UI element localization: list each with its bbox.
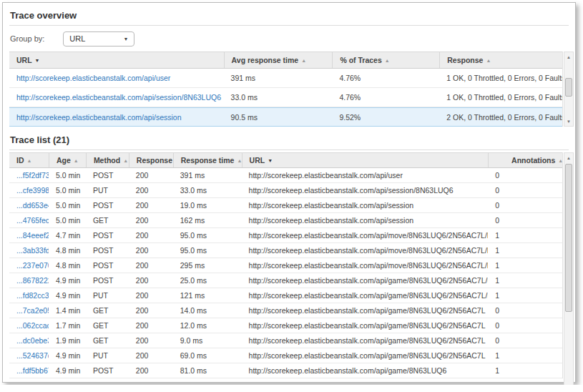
cell-text: http://scorekeep.elasticbeanstalk.com/ap… xyxy=(249,321,486,330)
id-link[interactable]: ...86782227 xyxy=(16,276,49,285)
cell-text: 162 ms xyxy=(180,216,205,225)
cell-response: 200 xyxy=(129,291,173,300)
url-link[interactable]: http://scorekeep.elasticbeanstalk.com/ap… xyxy=(16,113,182,122)
cell-response: 1 OK, 0 Throttled, 0 Errors, 0 Faults xyxy=(439,93,562,102)
cell-age: 5.0 min xyxy=(49,171,86,180)
table-row[interactable]: ...cfe399805.0 minPUT20033.0 mshttp://sc… xyxy=(9,183,562,198)
id-link[interactable]: ...fdf5bb67 xyxy=(16,366,49,375)
column-header-url[interactable]: URL▼ xyxy=(242,153,489,167)
id-link[interactable]: ...fd82cc32 xyxy=(16,291,49,300)
column-header-annotations[interactable]: Annotations▲ xyxy=(488,153,562,167)
table-row[interactable]: ...3ab33fdb4.8 minPOST20095.0 mshttp://s… xyxy=(9,243,562,258)
table-row[interactable]: ...867822274.9 minPOST20025.0 mshttp://s… xyxy=(9,273,562,288)
cell-age: 4.9 min xyxy=(49,366,86,375)
cell-annotations: 0 xyxy=(488,306,562,315)
column-header-label: Annotations xyxy=(511,156,555,165)
id-link[interactable]: ...524637dc xyxy=(16,351,49,360)
table-row[interactable]: ...dc0ebe3c1.9 minGET2009.0 mshttp://sco… xyxy=(9,333,562,348)
url-link[interactable]: http://scorekeep.elasticbeanstalk.com/ap… xyxy=(16,93,221,102)
column-header-of-traces[interactable]: % of Traces▲ xyxy=(332,52,439,68)
cell-response-time: 19.0 ms xyxy=(173,201,242,210)
cell-response-time: 162 ms xyxy=(173,216,242,225)
cell-id: ...dd653e4c xyxy=(9,201,49,210)
id-link[interactable]: ...062ccac5 xyxy=(16,321,49,330)
cell-response: 200 xyxy=(129,351,173,360)
table-row[interactable]: ...237e07054.8 minPOST200295 mshttp://sc… xyxy=(9,258,562,273)
table-row[interactable]: ...fd82cc324.9 minPUT200121 mshttp://sco… xyxy=(9,288,562,303)
id-link[interactable]: ...dd653e4c xyxy=(16,201,49,210)
url-link[interactable]: http://scorekeep.elasticbeanstalk.com/ap… xyxy=(16,74,170,82)
cell-text: 69.0 ms xyxy=(180,351,207,360)
column-header-response[interactable]: Response▲ xyxy=(129,153,173,167)
table-row[interactable]: ...524637dc4.9 minPUT20069.0 mshttp://sc… xyxy=(9,348,562,363)
cell-text: PUT xyxy=(93,291,108,300)
table-row[interactable]: ...062ccac51.7 minGET20012.0 mshttp://sc… xyxy=(9,318,562,333)
cell-annotations: 1 xyxy=(488,261,562,270)
cell-method: PUT xyxy=(86,351,129,360)
table-row[interactable]: http://scorekeep.elasticbeanstalk.com/ap… xyxy=(9,88,562,107)
cell-text: 1 xyxy=(495,261,499,270)
sort-asc-icon: ▲ xyxy=(123,158,128,163)
cell-pct-of-traces: 4.76% xyxy=(332,74,439,82)
cell-age: 5.0 min xyxy=(49,216,86,225)
table-row[interactable]: ...f5f2df735.0 minPOST200391 mshttp://sc… xyxy=(9,168,562,183)
cell-text: http://scorekeep.elasticbeanstalk.com/ap… xyxy=(249,246,489,255)
scroll-thumb[interactable] xyxy=(565,164,572,312)
cell-text: 0 xyxy=(495,171,499,180)
table-row[interactable]: http://scorekeep.elasticbeanstalk.com/ap… xyxy=(9,69,562,88)
cell-text: 12.0 ms xyxy=(180,321,207,330)
cell-age: 1.9 min xyxy=(49,336,86,345)
table-row[interactable]: ...84eeef294.7 minPOST20095.0 mshttp://s… xyxy=(9,228,562,243)
id-link[interactable]: ...dc0ebe3c xyxy=(16,336,49,345)
cell-method: GET xyxy=(86,321,129,330)
id-link[interactable]: ...84eeef29 xyxy=(16,231,49,240)
cell-annotations: 0 xyxy=(488,336,562,345)
cell-response: 2 OK, 0 Throttled, 0 Errors, 0 Faults xyxy=(439,113,562,122)
cell-age: 4.7 min xyxy=(49,231,86,240)
scroll-down-icon[interactable]: ▼ xyxy=(564,117,573,126)
cell-response-time: 25.0 ms xyxy=(173,276,242,285)
table-row[interactable]: http://scorekeep.elasticbeanstalk.com/ap… xyxy=(9,107,562,127)
cell-text: 4.9 min xyxy=(56,276,80,285)
group-by-dropdown[interactable]: URL ▼ xyxy=(63,31,134,46)
cell-text: 0 xyxy=(495,186,499,195)
cell-text: 200 xyxy=(136,171,149,180)
overview-scrollbar[interactable]: ▲ ▼ xyxy=(564,52,574,127)
cell-response: 200 xyxy=(129,231,173,240)
cell-response-time: 295 ms xyxy=(173,261,242,270)
cell-text: 200 xyxy=(136,366,149,375)
table-row[interactable]: ...fdf5bb674.9 minPOST20081.0 mshttp://s… xyxy=(9,363,562,378)
column-header-label: URL xyxy=(250,156,265,165)
id-link[interactable]: ...f5f2df73 xyxy=(16,171,49,180)
id-link[interactable]: ...7ca2e05f xyxy=(16,306,49,315)
cell-text: 4.76% xyxy=(339,93,361,102)
trace-list-scrollbar[interactable]: ▲ ▼ xyxy=(564,152,574,385)
column-header-method[interactable]: Method▲ xyxy=(86,153,129,167)
column-header-response[interactable]: Response▲ xyxy=(439,52,562,68)
cell-response: 200 xyxy=(129,366,173,375)
cell-annotations: 1 xyxy=(488,366,562,375)
cell-text: 391 ms xyxy=(231,74,255,82)
column-header-url[interactable]: URL▼ xyxy=(9,52,224,68)
scroll-up-icon[interactable]: ▲ xyxy=(564,153,573,162)
cell-url: http://scorekeep.elasticbeanstalk.com/ap… xyxy=(9,113,224,122)
cell-id: ...dc0ebe3c xyxy=(9,336,49,345)
column-header-avg-response-time[interactable]: Avg response time▲ xyxy=(224,52,333,68)
scroll-up-icon[interactable]: ▲ xyxy=(564,52,573,62)
table-row[interactable]: ...dd653e4c5.0 minPOST20019.0 mshttp://s… xyxy=(9,198,562,213)
id-link[interactable]: ...3ab33fdb xyxy=(16,246,49,255)
id-link[interactable]: ...cfe39980 xyxy=(16,186,49,195)
id-link[interactable]: ...4765fec8 xyxy=(16,216,49,225)
column-header-id[interactable]: ID▲ xyxy=(9,153,49,167)
cell-text: 4.8 min xyxy=(56,246,80,255)
table-row[interactable]: ...7ca2e05f1.4 minGET20014.0 mshttp://sc… xyxy=(9,303,562,318)
column-header-age[interactable]: Age▲ xyxy=(49,153,86,167)
cell-age: 4.9 min xyxy=(49,351,86,360)
cell-response: 200 xyxy=(129,336,173,345)
cell-method: GET xyxy=(86,306,129,315)
cell-id: ...fdf5bb67 xyxy=(9,366,49,375)
column-header-response-time[interactable]: Response time▲ xyxy=(173,153,242,167)
id-link[interactable]: ...237e0705 xyxy=(16,261,49,270)
table-row[interactable]: ...4765fec85.0 minGET200162 mshttp://sco… xyxy=(9,213,562,228)
scroll-thumb[interactable] xyxy=(565,78,572,97)
